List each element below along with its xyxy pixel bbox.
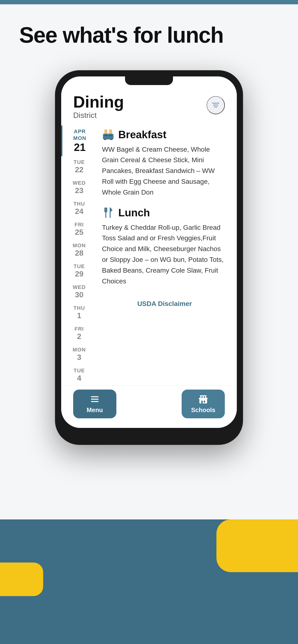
svg-rect-0 (104, 130, 107, 134)
filter-line-3 (214, 106, 218, 107)
cal-day-name-9: THU (73, 305, 85, 311)
filter-line-1 (212, 103, 219, 104)
toaster-svg (102, 129, 114, 140)
nav-item-menu[interactable]: Menu (73, 390, 116, 418)
svg-rect-13 (91, 399, 99, 400)
app-subtitle: District (73, 111, 124, 120)
cal-day-num-8: 30 (75, 290, 83, 299)
cal-day-num-2: 22 (75, 165, 83, 174)
schools-icon (198, 394, 209, 404)
nav-btn-schools[interactable]: Schools (182, 390, 225, 418)
header-section: See what's for lunch (0, 4, 298, 61)
breakfast-section: Breakfast WW Bagel & Cream Cheese, Whole… (102, 128, 227, 198)
calendar-day-1[interactable]: Apr MON 21 (61, 126, 97, 156)
bottom-nav: Menu (61, 386, 237, 428)
menu-content: Breakfast WW Bagel & Cream Cheese, Whole… (97, 124, 237, 386)
cal-day-num-12: 4 (77, 374, 81, 382)
lunch-title: Lunch (118, 207, 150, 219)
calendar-day-11[interactable]: MON 3 (61, 344, 97, 365)
cal-day-num-9: 1 (77, 311, 81, 320)
cal-day-name-6: MON (73, 242, 86, 249)
nav-item-schools[interactable]: Schools (182, 390, 225, 418)
app-content: Dining District (61, 76, 237, 428)
calendar-day-8[interactable]: WED 30 (61, 281, 97, 302)
calendar-day-2[interactable]: TUE 22 (61, 156, 97, 177)
svg-rect-17 (204, 400, 205, 402)
cal-day-name-5: FRI (75, 222, 84, 228)
cal-day-name-12: TUE (74, 368, 85, 374)
menu-icon (89, 394, 100, 404)
svg-rect-2 (103, 134, 113, 140)
app-title-block: Dining District (73, 94, 124, 120)
cal-day-num-4: 24 (75, 207, 83, 216)
app-body: Apr MON 21 TUE 22 WED 23 (61, 124, 237, 386)
breakfast-description: WW Bagel & Cream Cheese, Whole Grain Cer… (102, 144, 227, 198)
svg-rect-7 (105, 208, 106, 218)
cal-day-num-10: 2 (77, 332, 81, 341)
usda-disclaimer-section: USDA Disclaimer (102, 295, 227, 312)
svg-rect-4 (109, 135, 112, 136)
breakfast-title: Breakfast (118, 129, 167, 141)
nav-label-menu: Menu (87, 406, 103, 414)
calendar-day-12[interactable]: TUE 4 (61, 365, 97, 386)
cal-day-name-1: MON (73, 135, 86, 141)
lunch-section: Lunch Turkey & Cheddar Roll-up, Garlic B… (102, 206, 227, 287)
lunch-description: Turkey & Cheddar Roll-up, Garlic Bread T… (102, 222, 227, 287)
breakfast-icon (102, 128, 114, 141)
lunch-icon (102, 206, 114, 219)
bg-yellow-right (216, 520, 298, 572)
bg-yellow-left (0, 562, 43, 596)
cal-day-num-1: 21 (74, 141, 86, 153)
calendar-day-4[interactable]: THU 24 (61, 198, 97, 219)
calendar-day-6[interactable]: MON 28 (61, 240, 97, 260)
calendar-day-10[interactable]: FRI 2 (61, 323, 97, 344)
calendar-day-9[interactable]: THU 1 (61, 302, 97, 323)
filter-line-2 (213, 105, 218, 106)
cal-day-name-7: TUE (74, 263, 85, 270)
svg-rect-12 (91, 396, 99, 397)
top-status-bar (0, 0, 298, 4)
phone-area: Dining District (0, 61, 298, 644)
nav-btn-menu[interactable]: Menu (73, 390, 116, 418)
svg-rect-15 (199, 399, 207, 404)
nav-label-schools: Schools (191, 406, 215, 414)
utensils-svg (102, 206, 114, 219)
cal-day-name-10: FRI (75, 326, 84, 332)
main-headline: See what's for lunch (19, 24, 279, 47)
filter-icon (212, 103, 219, 107)
cal-day-num-5: 25 (75, 228, 83, 237)
calendar-day-5[interactable]: FRI 25 (61, 219, 97, 240)
calendar-day-3[interactable]: WED 23 (61, 177, 97, 198)
cal-day-num-11: 3 (77, 353, 81, 362)
svg-rect-5 (104, 139, 106, 140)
calendar-sidebar: Apr MON 21 TUE 22 WED 23 (61, 124, 97, 386)
svg-rect-1 (109, 130, 112, 134)
cal-day-name-2: TUE (74, 159, 85, 165)
breakfast-header: Breakfast (102, 128, 227, 141)
app-title: Dining (73, 94, 124, 110)
phone-device: Dining District (55, 71, 243, 444)
cal-day-num-3: 23 (75, 186, 83, 195)
svg-rect-6 (110, 139, 112, 140)
cal-day-name-8: WED (73, 284, 86, 290)
cal-day-num-7: 29 (75, 270, 83, 278)
cal-day-name-11: MON (73, 347, 86, 353)
svg-rect-22 (200, 395, 207, 396)
cal-day-name-3: WED (73, 180, 86, 186)
lunch-header: Lunch (102, 206, 227, 219)
svg-rect-3 (104, 135, 108, 136)
svg-rect-10 (104, 211, 107, 212)
phone-notch (125, 76, 173, 85)
svg-rect-11 (110, 208, 111, 218)
filter-button[interactable] (207, 96, 225, 114)
svg-rect-14 (91, 401, 99, 402)
cal-day-name-4: THU (73, 201, 85, 207)
phone-screen: Dining District (61, 76, 237, 428)
calendar-day-7[interactable]: TUE 29 (61, 260, 97, 281)
cal-month: Apr (74, 128, 86, 135)
svg-rect-16 (201, 400, 203, 404)
usda-disclaimer-link[interactable]: USDA Disclaimer (137, 300, 192, 308)
cal-day-num-6: 28 (75, 249, 83, 258)
